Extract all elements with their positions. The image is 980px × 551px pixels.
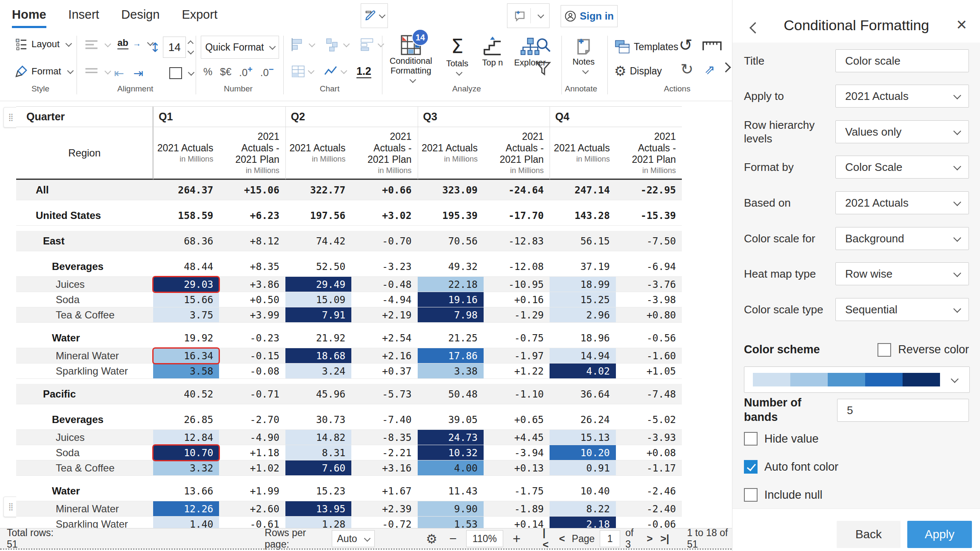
value-cell[interactable]: 11.43 xyxy=(418,481,484,501)
auto-font-color-checkbox[interactable] xyxy=(744,460,758,474)
table-style-dropdown[interactable] xyxy=(291,65,313,78)
value-cell[interactable]: -0.71 xyxy=(219,384,285,404)
value-cell[interactable]: 36.64 xyxy=(550,384,615,404)
value-cell[interactable]: 18.99 xyxy=(550,277,615,292)
tab-home[interactable]: Home xyxy=(12,8,46,28)
waterfall-chart-dropdown[interactable] xyxy=(325,37,349,52)
font-size-value[interactable]: 14 xyxy=(163,37,186,58)
back-button[interactable]: Back xyxy=(837,521,900,548)
value-cell[interactable]: -1.97 xyxy=(484,348,550,364)
value-cell[interactable]: +1.02 xyxy=(219,460,285,476)
value-cell[interactable]: +1.99 xyxy=(219,481,285,501)
tab-design[interactable]: Design xyxy=(121,8,160,28)
value-cell[interactable]: 15.25 xyxy=(550,292,615,307)
value-cell[interactable]: -5.73 xyxy=(351,384,417,404)
row-label[interactable]: Sparkling Water xyxy=(16,364,153,379)
sparkline-dropdown[interactable] xyxy=(324,65,346,78)
value-cell[interactable]: 48.44 xyxy=(153,256,219,277)
decrease-decimals-button[interactable]: .0− xyxy=(260,65,274,79)
value-cell[interactable]: 10.40 xyxy=(550,481,615,501)
row-label[interactable]: Water xyxy=(16,481,153,501)
value-cell[interactable]: +3.02 xyxy=(351,205,417,226)
value-cell[interactable]: 50.48 xyxy=(418,384,484,404)
value-cell[interactable]: 15.66 xyxy=(153,292,219,307)
value-cell[interactable]: -7.40 xyxy=(351,409,417,430)
apply-to-select[interactable]: 2021 Actuals xyxy=(835,85,969,108)
value-cell[interactable]: 21.92 xyxy=(285,328,351,348)
row-label[interactable]: Pacific xyxy=(16,384,153,404)
include-null-checkbox[interactable] xyxy=(744,488,758,502)
border-dropdown[interactable] xyxy=(169,67,194,79)
horizontal-align-dropdown[interactable] xyxy=(84,66,110,77)
value-cell[interactable]: 197.56 xyxy=(285,205,351,226)
value-cell[interactable]: 247.14 xyxy=(550,180,615,200)
apply-button[interactable]: Apply xyxy=(907,521,972,548)
value-cell[interactable]: +1.18 xyxy=(219,445,285,460)
value-cell[interactable]: 24.73 xyxy=(418,430,484,445)
value-cell[interactable]: +0.13 xyxy=(484,460,550,476)
row-label[interactable]: Juices xyxy=(16,277,153,292)
value-cell[interactable]: 3.32 xyxy=(153,460,219,476)
value-cell[interactable]: 0.91 xyxy=(550,460,615,476)
value-cell[interactable]: 14.94 xyxy=(550,348,615,364)
value-cell[interactable]: +0.80 xyxy=(616,307,682,323)
value-cell[interactable]: +6.23 xyxy=(219,205,285,226)
value-cell[interactable]: 49.32 xyxy=(418,256,484,277)
templates-button[interactable]: Templates xyxy=(614,39,678,54)
value-cell[interactable]: 70.56 xyxy=(418,231,484,251)
value-cell[interactable]: -1.17 xyxy=(616,460,682,476)
close-icon[interactable]: × xyxy=(956,14,967,35)
value-cell[interactable]: 10.32 xyxy=(418,445,484,460)
table-settings-gear-icon[interactable]: ⚙ xyxy=(426,531,437,546)
color-scale-for-select[interactable]: Background xyxy=(835,227,969,250)
vertical-align-dropdown[interactable] xyxy=(84,39,110,50)
value-cell[interactable]: 264.37 xyxy=(153,180,219,200)
tab-export[interactable]: Export xyxy=(182,8,217,28)
value-cell[interactable]: 56.15 xyxy=(550,231,615,251)
value-cell[interactable]: 21.25 xyxy=(418,328,484,348)
value-cell[interactable]: -1.29 xyxy=(484,307,550,323)
row-label[interactable]: Tea & Coffee xyxy=(16,460,153,476)
value-cell[interactable]: 52.50 xyxy=(285,256,351,277)
indent-buttons[interactable]: ⇤ ⇥ xyxy=(114,66,143,80)
value-cell[interactable]: -1.10 xyxy=(484,384,550,404)
value-cell[interactable]: 17.86 xyxy=(418,348,484,364)
value-cell[interactable]: -12.83 xyxy=(484,231,550,251)
value-cell[interactable]: -7.50 xyxy=(616,231,682,251)
value-cell[interactable]: -12.08 xyxy=(484,256,550,277)
row-hierarchy-levels-select[interactable]: Values only xyxy=(835,120,969,143)
notes-button[interactable]: Notes xyxy=(566,37,601,73)
layout-button[interactable]: Layout xyxy=(14,37,71,51)
format-by-select[interactable]: Color Scale xyxy=(835,156,969,179)
value-cell[interactable]: 29.49 xyxy=(285,277,351,292)
search-icon[interactable] xyxy=(535,37,552,54)
row-label[interactable]: Soda xyxy=(16,445,153,460)
redo-icon[interactable]: ↺ xyxy=(681,60,693,78)
value-cell[interactable]: -17.70 xyxy=(484,205,550,226)
share-arrow-icon[interactable]: ⇗ xyxy=(704,62,715,77)
value-cell[interactable]: +0.16 xyxy=(484,292,550,307)
value-cell[interactable]: 323.09 xyxy=(418,180,484,200)
sign-in-button[interactable]: Sign in xyxy=(561,5,618,27)
value-cell[interactable]: -6.94 xyxy=(616,256,682,277)
value-cell[interactable]: -3.98 xyxy=(616,292,682,307)
value-cell[interactable]: -1.60 xyxy=(616,348,682,364)
value-cell[interactable]: -24.64 xyxy=(484,180,550,200)
value-cell[interactable]: 29.03 xyxy=(153,277,219,292)
value-cell[interactable]: 7.60 xyxy=(285,460,351,476)
value-cell[interactable]: 40.52 xyxy=(153,384,219,404)
value-cell[interactable]: -2.46 xyxy=(616,481,682,501)
conditional-formatting-button[interactable]: 14 Conditional Formatting xyxy=(386,34,436,82)
ruler-icon[interactable] xyxy=(702,39,722,52)
value-cell[interactable]: +0.65 xyxy=(484,409,550,430)
value-cell[interactable]: -0.48 xyxy=(351,277,417,292)
value-cell[interactable]: 9.90 xyxy=(418,501,484,517)
value-cell[interactable]: 15.13 xyxy=(550,430,615,445)
value-cell[interactable]: 7.98 xyxy=(418,307,484,323)
value-cell[interactable]: +2.54 xyxy=(351,328,417,348)
font-size-stepper[interactable]: ↕ 14 xyxy=(150,37,193,58)
totals-button[interactable]: Σ Totals xyxy=(439,37,476,75)
value-cell[interactable]: 8.22 xyxy=(550,501,615,517)
value-cell[interactable]: +8.12 xyxy=(219,231,285,251)
value-cell[interactable]: +1.67 xyxy=(351,481,417,501)
